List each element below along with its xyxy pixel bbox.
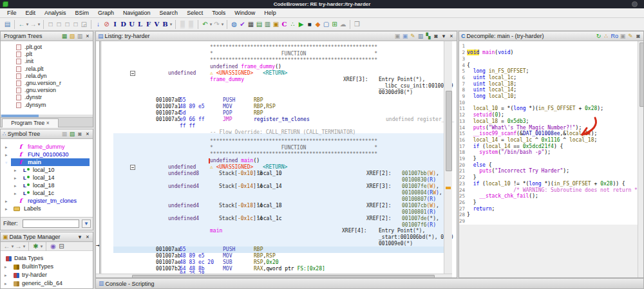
decompile-line[interactable]: 5 long in_FS_OFFSET; — [459, 68, 643, 75]
listing-row[interactable]: 00100807(R) — [102, 196, 444, 203]
decompile-header[interactable]: C Decompile: main - (try-harder) ↻∴Ro▣✎◙ — [459, 32, 643, 41]
decompile-line[interactable]: 16 local_14 = local_1c ^ 0x1116 ^ local_… — [459, 137, 643, 144]
go-to-icon[interactable]: ↓ — [95, 19, 102, 30]
disabled-tool-icon[interactable]: ▦ — [61, 130, 68, 138]
listing-row[interactable]: 001007ab48 89 e5MOVRBP,RSP — [102, 253, 444, 259]
symbol-tree-item-local_1c[interactable]: ▸Llocal_1c — [1, 190, 93, 197]
refresh-icon[interactable]: ↻ — [595, 32, 601, 41]
listing-row[interactable]: * FUNCTION * — [102, 51, 444, 57]
console-bar[interactable]: ▥ Console - Scripting — [95, 278, 644, 289]
listing-row[interactable]: 00300d98(*) — [102, 89, 444, 96]
sync-icon[interactable]: ◉ — [50, 241, 57, 252]
undo-icon[interactable]: ↶ — [202, 19, 209, 30]
listing-row[interactable]: 001007aa55PUSHRBP — [102, 247, 444, 253]
export-tree-icon[interactable]: ▥ — [77, 32, 83, 41]
snapshot-icon[interactable]: ◙ — [635, 32, 641, 41]
binoculars-flipped-icon[interactable]: ▒ — [187, 19, 194, 30]
menu-navigation[interactable]: Navigation — [118, 8, 155, 17]
listing-row[interactable]: ****************************************… — [102, 57, 444, 64]
decompile-line[interactable]: 19 } — [459, 156, 643, 162]
letter-f-icon[interactable]: F — [145, 19, 152, 30]
listing-vscroll-thumb[interactable] — [446, 91, 452, 171]
binoculars-icon[interactable]: ▒ — [179, 19, 186, 30]
bytes-viewer-icon[interactable]: ▣ — [272, 19, 279, 30]
graph-icon[interactable]: ∴ — [603, 32, 609, 41]
save-icon[interactable]: ▤ — [4, 19, 11, 30]
script-manager-icon[interactable]: ▤ — [256, 19, 263, 30]
letter-u-icon[interactable]: U — [128, 19, 135, 30]
listing-row[interactable]: ff ff — [102, 123, 444, 129]
decompile-line[interactable]: 2void main(void) — [459, 50, 643, 56]
diff-view-icon[interactable]: ▥ — [417, 32, 424, 41]
listing-row[interactable]: undefined⚠ <UNASSIGNED> <RETURN> — [102, 164, 444, 171]
decompile-line[interactable]: 10 — [459, 100, 643, 106]
clear-icon[interactable]: ⊘ — [103, 19, 110, 30]
table-icon[interactable]: ▦ — [247, 19, 254, 30]
decompile-line[interactable]: 11 local_10 = *(long *)(in_FS_OFFSET + 0… — [459, 106, 643, 112]
paste-icon[interactable]: ▣ — [402, 32, 408, 41]
decompile-line[interactable]: 1 — [459, 43, 643, 50]
decompile-line[interactable]: 6 uint local_1c; — [459, 75, 643, 81]
listing-row[interactable]: undefined4Stack[-0x14]:4local_14XREF[3]:… — [102, 183, 444, 190]
menu-graph[interactable]: Graph — [93, 8, 118, 17]
listing-row[interactable]: 00100801(R) — [102, 209, 444, 216]
function-tree-icon[interactable]: ∴ — [289, 19, 296, 30]
filter-funnel-icon[interactable]: ▼ — [82, 219, 91, 228]
decompile-line[interactable]: 24 /* WARNING: Subroutine does not retur… — [459, 187, 643, 194]
edit-icon[interactable]: ✎ — [410, 32, 416, 41]
open-folder-icon[interactable]: ▧ — [69, 32, 75, 41]
datatype-item-generic_clib_64[interactable]: ▸generic_clib_64 — [1, 280, 93, 287]
program-tree-tab[interactable]: Program Tree × — [2, 118, 59, 127]
chevron-right-icon[interactable]: ▸ — [5, 205, 8, 212]
forward-icon[interactable]: → — [30, 19, 37, 30]
decompile-line[interactable]: 14 puts("What\'s The Magic Number?!"); — [459, 125, 643, 131]
decompile-line[interactable]: 4{ — [459, 62, 643, 69]
listing-vscrollbar[interactable] — [444, 41, 452, 274]
letter-i-icon[interactable]: I — [111, 19, 118, 30]
snapshot-icon[interactable]: ◙ — [77, 130, 83, 138]
world-icon[interactable]: ◍ — [231, 19, 238, 30]
listing-row[interactable]: mainXREF[4]:Entry Point(*), — [102, 228, 444, 234]
margin-dropdown-icon[interactable]: ▾ — [440, 32, 447, 41]
listing-hscroll-thumb[interactable] — [132, 275, 435, 277]
listing-row[interactable]: 00100830(R) — [102, 177, 444, 183]
menu-select[interactable]: Select — [182, 8, 207, 17]
listing-row[interactable]: undefined frame_dummy() — [102, 64, 444, 70]
letter-b-icon[interactable]: B — [162, 19, 169, 30]
datatype-item-Data-Types[interactable]: Data Types — [1, 255, 93, 262]
symbol-tree-item-frame_dummy[interactable]: ▸fframe_dummy — [1, 144, 93, 151]
redo-icon[interactable]: ↷ — [213, 19, 220, 30]
chevron-right-icon[interactable]: ▸ — [5, 280, 7, 287]
chevron-right-icon[interactable]: ▸ — [14, 174, 17, 182]
letter-d-icon[interactable]: D — [120, 19, 127, 30]
listing-row[interactable]: ****************************************… — [102, 44, 444, 51]
menu-analysis[interactable]: Analysis — [40, 8, 71, 17]
decompile-line[interactable]: 23 if (local_10 != *(long *)(in_FS_OFFSE… — [459, 181, 643, 187]
back-dropdown-icon[interactable]: ▾ — [26, 19, 29, 30]
decompile-line[interactable]: 8 uint local_14; — [459, 87, 643, 93]
listing-row[interactable]: __libc_csu_init:00100899 — [102, 83, 444, 89]
listing-row[interactable]: 001007a148 89 e5MOVRBP,RSP — [102, 104, 444, 110]
listing-row[interactable]: ****************************************… — [102, 138, 444, 145]
listing-row[interactable]: 001007a5e9 66 ffJMPregister_tm_clonesund… — [102, 117, 444, 123]
document-icon-4[interactable]: □ — [72, 19, 79, 30]
letter-l-icon[interactable]: L — [137, 19, 144, 30]
symbol-tree-item-Labels[interactable]: ▸Labels — [1, 205, 93, 212]
program-tree-item[interactable]: .gnu.version_r — [1, 80, 93, 87]
menu-window[interactable]: Window — [230, 8, 260, 17]
chevron-down-icon[interactable]: ▾ — [5, 159, 8, 166]
decompile-line[interactable]: 27 return; — [459, 206, 643, 212]
previous-icon[interactable]: ← — [3, 241, 10, 252]
run-script-icon[interactable]: ▶ — [298, 19, 305, 30]
letter-v-icon[interactable]: V — [153, 19, 160, 30]
filter-types-icon[interactable]: ✱ — [32, 241, 39, 252]
listing-hscrollbar[interactable] — [96, 274, 452, 277]
decompile-line[interactable]: 12 setuid(0); — [459, 112, 643, 118]
readonly-toggle[interactable]: Ro — [611, 32, 618, 41]
next-dropdown-icon[interactable]: ▾ — [23, 241, 26, 252]
listing-row[interactable]: * FUNCTION * — [102, 145, 444, 151]
program-tree-item[interactable]: .gnu.version — [1, 87, 93, 94]
datatype-item-BuiltInTypes[interactable]: ▸BuiltInTypes — [1, 263, 93, 270]
decompile-line[interactable]: 15 __isoc99_scanf(&DAT_001008ee,&local_1… — [459, 131, 643, 137]
listing-rows[interactable]: ****************************************… — [102, 41, 444, 274]
